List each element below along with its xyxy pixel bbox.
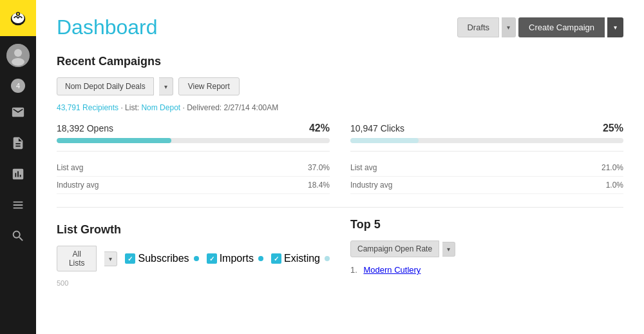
bottom-grid: List Growth All Lists ▾ Subscribes Impor…	[57, 218, 623, 287]
page-title: Dashboard	[57, 15, 158, 39]
clicks-industry-avg-row: Industry avg 1.0%	[350, 177, 623, 194]
existing-checkbox[interactable]	[271, 253, 281, 264]
campaign-select-arrow[interactable]: ▾	[159, 77, 173, 95]
stats-grid: 18,392 Opens 42% List avg 37.0% Industry…	[57, 123, 623, 194]
app-logo[interactable]	[0, 0, 36, 36]
sidebar: 4	[0, 0, 36, 334]
opens-label: 18,392 Opens	[57, 123, 113, 133]
subscribes-checkbox-item[interactable]: Subscribes	[125, 253, 198, 264]
recipients-link[interactable]: 43,791 Recipients	[57, 103, 118, 112]
campaign-open-rate-button[interactable]: Campaign Open Rate	[350, 241, 439, 257]
recent-campaigns-title: Recent Campaigns	[57, 55, 623, 68]
svg-point-5	[14, 49, 22, 57]
opens-industry-avg-value: 18.4%	[308, 181, 330, 190]
existing-checkbox-item[interactable]: Existing	[271, 253, 330, 264]
existing-label: Existing	[284, 253, 320, 264]
clicks-industry-avg-label: Industry avg	[350, 181, 392, 190]
campaign-open-rate-arrow[interactable]: ▾	[442, 242, 455, 257]
opens-progress-fill	[57, 138, 171, 143]
recent-campaigns-section: Recent Campaigns Nom Depot Daily Deals ▾…	[57, 55, 623, 194]
clicks-stat-header: 10,947 Clicks 25%	[350, 123, 623, 134]
campaign-meta: 43,791 Recipients · List: Nom Depot · De…	[57, 103, 623, 112]
sidebar-item-search[interactable]	[5, 223, 31, 249]
clicks-stats: 10,947 Clicks 25% List avg 21.0% Industr…	[350, 123, 623, 194]
top5-item-1: 1. Modern Cutlery	[350, 265, 623, 275]
imports-checkbox-item[interactable]: Imports	[207, 253, 263, 264]
existing-dot	[325, 256, 330, 261]
all-lists-arrow[interactable]: ▾	[104, 251, 117, 266]
imports-label: Imports	[220, 253, 254, 264]
meta-list-label: List:	[125, 103, 139, 112]
notifications-badge[interactable]: 4	[11, 79, 25, 93]
list-growth-section: List Growth All Lists ▾ Subscribes Impor…	[57, 223, 330, 287]
top5-toolbar: Campaign Open Rate ▾	[350, 241, 623, 257]
clicks-list-avg-value: 21.0%	[601, 163, 623, 172]
all-lists-button[interactable]: All Lists	[57, 246, 97, 271]
drafts-button[interactable]: Drafts	[457, 17, 499, 37]
clicks-label: 10,947 Clicks	[350, 123, 404, 133]
opens-stat-header: 18,392 Opens 42%	[57, 123, 330, 134]
top5-item-1-link[interactable]: Modern Cutlery	[363, 265, 421, 275]
opens-stats: 18,392 Opens 42% List avg 37.0% Industry…	[57, 123, 330, 194]
sidebar-item-reports[interactable]	[5, 161, 31, 187]
opens-industry-avg-label: Industry avg	[57, 181, 99, 190]
list-name-link[interactable]: Nom Depot	[141, 103, 180, 112]
opens-pct: 42%	[309, 123, 330, 134]
sidebar-item-lists[interactable]	[5, 130, 31, 156]
campaign-toolbar: Nom Depot Daily Deals ▾ View Report	[57, 77, 623, 95]
campaign-select-button[interactable]: Nom Depot Daily Deals	[57, 77, 154, 95]
meta-delivered-date: Delivered: 2/27/14 4:00AM	[187, 103, 278, 112]
page-header: Dashboard Drafts ▾ Create Campaign ▾	[57, 15, 623, 39]
subscribes-dot	[194, 256, 199, 261]
section-divider	[57, 207, 623, 208]
sidebar-item-campaigns[interactable]	[5, 99, 31, 125]
clicks-progress-track	[350, 138, 623, 143]
clicks-stat-block: 10,947 Clicks 25%	[350, 123, 623, 152]
imports-dot	[258, 256, 263, 261]
sidebar-item-automations[interactable]	[5, 192, 31, 218]
clicks-progress-fill	[350, 138, 419, 143]
opens-progress-track	[57, 138, 330, 143]
opens-list-avg-label: List avg	[57, 163, 83, 172]
opens-industry-avg-row: Industry avg 18.4%	[57, 177, 330, 194]
create-campaign-button[interactable]: Create Campaign	[518, 17, 605, 37]
clicks-pct: 25%	[603, 123, 623, 134]
opens-stat-block: 18,392 Opens 42%	[57, 123, 330, 152]
subscribes-checkbox[interactable]	[125, 253, 135, 264]
clicks-industry-avg-value: 1.0%	[606, 181, 623, 190]
svg-point-6	[12, 58, 24, 66]
chart-y-label: 500	[57, 279, 330, 287]
top5-title: Top 5	[350, 218, 623, 231]
svg-point-3	[17, 13, 19, 15]
clicks-list-avg-row: List avg 21.0%	[350, 159, 623, 177]
user-avatar[interactable]	[6, 44, 30, 67]
subscribes-label: Subscribes	[138, 253, 189, 264]
top5-section: Top 5 Campaign Open Rate ▾ 1. Modern Cut…	[350, 218, 623, 287]
main-content: Dashboard Drafts ▾ Create Campaign ▾ Rec…	[36, 0, 644, 334]
imports-checkbox[interactable]	[207, 253, 217, 264]
list-growth-title: List Growth	[57, 223, 330, 237]
drafts-dropdown-button[interactable]: ▾	[502, 17, 516, 37]
growth-toolbar: All Lists ▾ Subscribes Imports Existing	[57, 246, 330, 271]
clicks-list-avg-label: List avg	[350, 163, 377, 172]
top5-item-1-rank: 1.	[350, 265, 357, 275]
opens-list-avg-value: 37.0%	[308, 163, 330, 172]
view-report-button[interactable]: View Report	[178, 77, 240, 95]
create-campaign-dropdown-button[interactable]: ▾	[607, 17, 623, 37]
header-actions: Drafts ▾ Create Campaign ▾	[457, 17, 623, 37]
opens-list-avg-row: List avg 37.0%	[57, 159, 330, 177]
